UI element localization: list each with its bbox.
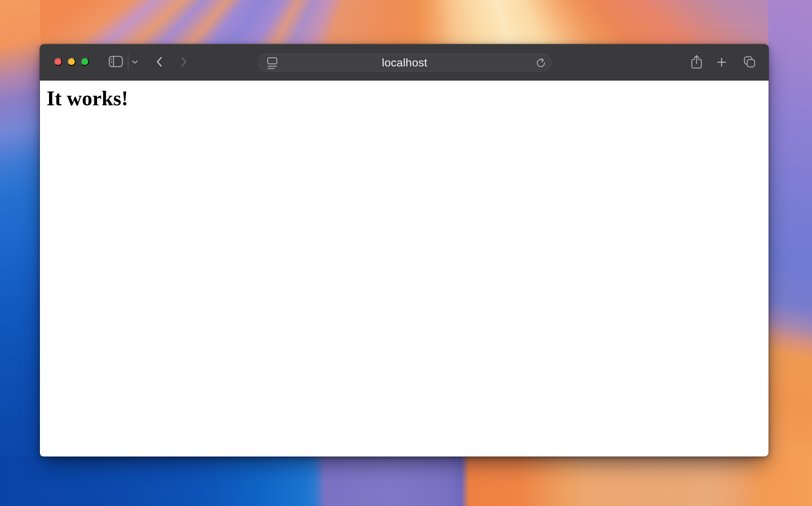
forward-button[interactable] xyxy=(176,55,192,70)
safari-window: localhost xyxy=(40,44,769,457)
address-bar[interactable]: localhost xyxy=(258,54,551,71)
reload-button[interactable] xyxy=(536,58,546,69)
page-heading: It works! xyxy=(40,81,769,111)
minimize-window-button[interactable] xyxy=(67,58,76,66)
back-button[interactable] xyxy=(151,55,167,70)
page-content: It works! xyxy=(40,81,769,456)
tab-overview-button[interactable] xyxy=(742,54,757,70)
desktop: localhost xyxy=(0,0,812,506)
wallpaper-left-blue xyxy=(0,0,40,506)
sidebar-menu-button[interactable] xyxy=(130,56,140,68)
toolbar-divider xyxy=(128,54,129,70)
sidebar-toggle-icon xyxy=(109,56,123,68)
sidebar-toggle-button[interactable] xyxy=(106,54,126,70)
close-window-button[interactable] xyxy=(54,58,62,66)
wallpaper-right-purple-orange xyxy=(768,0,812,506)
new-tab-button[interactable] xyxy=(715,57,728,68)
zoom-window-button[interactable] xyxy=(81,58,89,66)
url-text: localhost xyxy=(258,54,551,71)
forward-icon xyxy=(181,57,187,68)
tab-overview-icon xyxy=(744,56,755,69)
share-icon xyxy=(691,55,702,70)
browser-toolbar[interactable]: localhost xyxy=(40,44,769,81)
new-tab-icon xyxy=(717,57,727,68)
back-icon xyxy=(156,57,162,68)
reload-icon xyxy=(536,58,546,69)
share-button[interactable] xyxy=(689,54,704,71)
chevron-down-icon xyxy=(132,59,138,65)
wallpaper-bottom-bands xyxy=(0,456,812,506)
